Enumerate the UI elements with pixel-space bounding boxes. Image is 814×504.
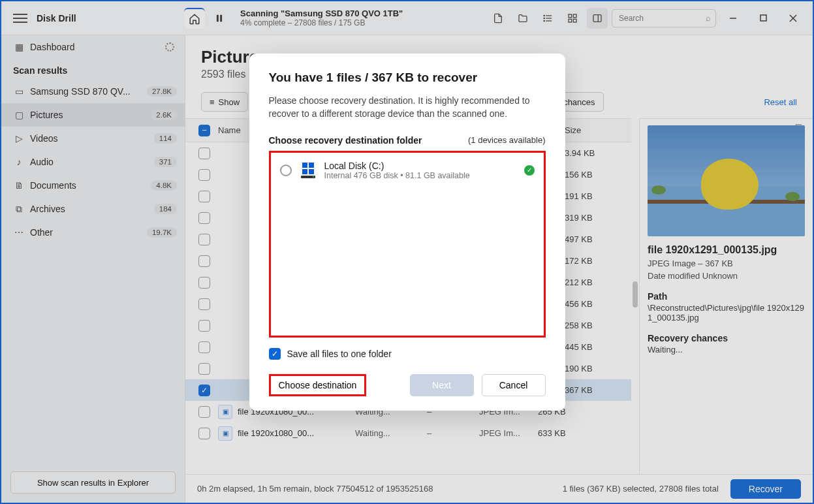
destination-item[interactable]: Local Disk (C:) Internal 476 GB disk • 8… [280, 161, 535, 180]
modal-overlay: You have 1 files / 367 KB to recover Ple… [0, 0, 814, 504]
dialog-title: You have 1 files / 367 KB to recover [269, 71, 546, 85]
destination-sub: Internal 476 GB disk • 81.1 GB available [324, 171, 470, 180]
dialog-message: Please choose recovery destination. It i… [269, 94, 546, 121]
destination-list: Local Disk (C:) Internal 476 GB disk • 8… [269, 151, 546, 338]
choose-destination-button[interactable]: Choose destination [269, 374, 367, 396]
dialog-devices-count: (1 devices available) [468, 135, 546, 145]
next-button[interactable]: Next [410, 374, 474, 396]
recovery-dialog: You have 1 files / 367 KB to recover Ple… [249, 54, 565, 411]
destination-radio[interactable] [280, 165, 292, 176]
save-all-label: Save all files to one folder [287, 349, 392, 359]
dialog-choose-heading: Choose recovery destination folder [269, 135, 422, 146]
cancel-button[interactable]: Cancel [482, 374, 546, 396]
drive-icon [301, 163, 315, 178]
destination-name: Local Disk (C:) [324, 161, 470, 171]
save-all-checkbox[interactable]: ✓ [269, 348, 281, 360]
check-icon: ✓ [524, 165, 535, 176]
